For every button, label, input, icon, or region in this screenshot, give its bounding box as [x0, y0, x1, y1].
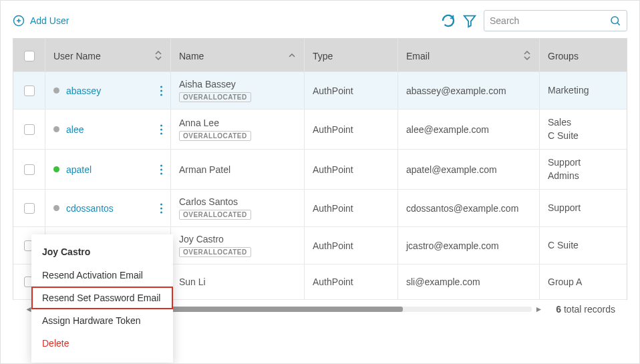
table-header-row: User Name Name Type Email Groups [13, 39, 627, 72]
full-name: Joy Castro [179, 234, 224, 244]
group-name: C Suite [548, 239, 579, 252]
add-user-button[interactable]: Add User [13, 15, 69, 27]
refresh-button[interactable] [441, 13, 456, 28]
header-type-label: Type [313, 51, 333, 61]
row-actions-button[interactable] [158, 160, 165, 178]
overallocated-badge: OVERALLOCATED [179, 210, 251, 220]
type-value: AuthPoint [313, 124, 353, 135]
overallocated-badge: OVERALLOCATED [179, 92, 251, 102]
email-value: cdossantos@example.com [406, 203, 518, 214]
app-frame: Add User User Name Name [0, 0, 640, 364]
row-actions-button[interactable] [158, 81, 165, 100]
username-cell: apatel [45, 150, 171, 189]
add-user-label: Add User [30, 15, 69, 26]
header-groups[interactable]: Groups [540, 39, 627, 73]
scroll-right-arrow[interactable]: ► [534, 305, 542, 314]
type-cell: AuthPoint [305, 190, 398, 226]
record-count-label: total records [561, 304, 615, 315]
name-cell: Carlos SantosOVERALLOCATED [171, 190, 305, 226]
row-checkbox-cell [13, 150, 45, 189]
overallocated-badge: OVERALLOCATED [179, 247, 251, 257]
type-cell: AuthPoint [305, 72, 398, 109]
context-menu-item[interactable]: Assign Hardware Token [31, 309, 173, 332]
full-name: Aisha Bassey [179, 79, 236, 89]
name-cell: Aisha BasseyOVERALLOCATED [171, 72, 305, 109]
header-checkbox-cell [13, 39, 45, 73]
row-checkbox[interactable] [24, 85, 35, 96]
header-name[interactable]: Name [171, 39, 305, 73]
username-link[interactable]: cdossantos [66, 203, 114, 214]
full-name: Sun Li [179, 277, 206, 287]
record-count: 6 total records [556, 304, 615, 315]
group-name: Group A [548, 276, 582, 289]
email-cell: cdossantos@example.com [398, 190, 540, 226]
type-value: AuthPoint [313, 240, 353, 251]
header-username-label: User Name [53, 51, 101, 61]
header-email[interactable]: Email [398, 39, 540, 73]
context-menu-item[interactable]: Resend Set Password Email [31, 287, 173, 309]
row-actions-button[interactable] [158, 199, 165, 217]
full-name: Carlos Santos [179, 196, 238, 207]
table-row: abasseyAisha BasseyOVERALLOCATEDAuthPoin… [13, 72, 627, 110]
overallocated-badge: OVERALLOCATED [179, 131, 251, 141]
select-all-checkbox[interactable] [24, 51, 35, 61]
refresh-icon [441, 13, 456, 28]
table-row: aleeAnna LeeOVERALLOCATEDAuthPointalee@e… [13, 110, 627, 150]
type-value: AuthPoint [313, 277, 353, 287]
type-value: AuthPoint [313, 203, 353, 214]
toolbar: Add User [1, 1, 639, 38]
email-value: abassey@example.com [406, 85, 506, 96]
header-name-label: Name [179, 51, 204, 61]
email-cell: sli@example.com [398, 264, 540, 299]
row-checkbox[interactable] [24, 124, 35, 135]
row-actions-button[interactable] [158, 120, 165, 138]
username-cell: cdossantos [45, 190, 171, 226]
plus-circle-icon [13, 15, 25, 27]
table-row: apatelArman PatelAuthPointapatel@example… [13, 150, 627, 190]
row-checkbox-cell [13, 190, 45, 226]
table-row: cdossantosCarlos SantosOVERALLOCATEDAuth… [13, 190, 627, 227]
context-menu-item[interactable]: Resend Activation Email [31, 264, 173, 287]
groups-cell: Marketing [540, 72, 627, 109]
username-link[interactable]: apatel [66, 164, 92, 175]
email-cell: jcastro@example.com [398, 227, 540, 264]
status-dot [53, 87, 59, 94]
name-cell: Anna LeeOVERALLOCATED [171, 110, 305, 149]
username-link[interactable]: alee [66, 124, 84, 135]
status-dot [53, 126, 59, 132]
sort-icon [154, 51, 162, 62]
email-value: sli@example.com [406, 277, 480, 287]
username-link[interactable]: abassey [66, 85, 101, 96]
name-cell: Sun Li [171, 264, 305, 299]
groups-cell: SalesC Suite [540, 110, 627, 149]
groups-cell: Group A [540, 264, 627, 299]
group-name: Sales [548, 116, 579, 130]
svg-marker-3 [464, 16, 476, 27]
filter-button[interactable] [462, 13, 477, 28]
search-box[interactable] [484, 10, 627, 31]
search-input[interactable] [490, 15, 609, 26]
name-cell: Arman Patel [171, 150, 305, 189]
type-cell: AuthPoint [305, 227, 398, 264]
email-value: jcastro@example.com [406, 240, 499, 251]
full-name: Anna Lee [179, 118, 219, 128]
type-value: AuthPoint [313, 164, 353, 175]
email-value: apatel@example.com [406, 164, 497, 175]
full-name: Arman Patel [179, 164, 230, 175]
email-value: alee@example.com [406, 124, 489, 135]
svg-line-5 [617, 23, 619, 25]
type-value: AuthPoint [313, 85, 353, 96]
header-username[interactable]: User Name [45, 39, 171, 73]
groups-cell: C Suite [540, 227, 627, 264]
group-name: Admins [548, 170, 581, 183]
context-menu-item[interactable]: Delete [31, 332, 173, 355]
sort-asc-icon [288, 51, 296, 62]
username-cell: abassey [45, 72, 171, 109]
groups-cell: Support [540, 190, 627, 226]
row-checkbox[interactable] [24, 164, 35, 175]
header-type[interactable]: Type [305, 39, 398, 73]
group-name: Marketing [548, 84, 589, 98]
group-name: Support [548, 156, 581, 170]
row-context-menu: Joy Castro Resend Activation EmailResend… [31, 234, 173, 363]
row-checkbox[interactable] [24, 203, 35, 214]
